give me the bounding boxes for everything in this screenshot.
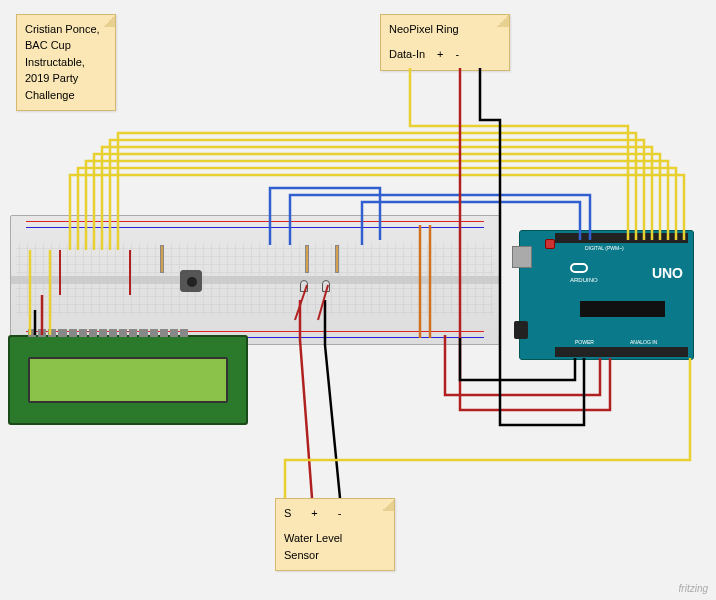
water-pin-pos: + <box>311 506 317 521</box>
author-note: Cristian Ponce, BAC Cup Instructable, 20… <box>16 14 116 111</box>
usb-port <box>512 246 532 268</box>
breadboard <box>10 215 500 345</box>
led-1 <box>300 280 308 292</box>
lcd-screen <box>28 357 228 403</box>
lcd-display <box>8 335 248 425</box>
water-title-2: Sensor <box>284 548 386 563</box>
water-sensor-note: S + - Water Level Sensor <box>275 498 395 571</box>
digital-headers <box>555 233 688 243</box>
neopixel-note: NeoPixel Ring Data-In + - <box>380 14 510 71</box>
arduino-uno: UNO ARDUINO DIGITAL (PWM~) ANALOG IN POW… <box>519 230 694 360</box>
infinity-logo <box>570 263 588 273</box>
led-2 <box>322 280 330 292</box>
arduino-text: ARDUINO <box>570 277 598 283</box>
uno-label: UNO <box>652 265 683 281</box>
analog-text: ANALOG IN <box>630 339 657 345</box>
note-line: Challenge <box>25 88 107 103</box>
neopixel-pin-neg: - <box>456 47 460 62</box>
fritzing-watermark: fritzing <box>679 583 708 594</box>
neopixel-title: NeoPixel Ring <box>389 22 501 37</box>
note-line: BAC Cup <box>25 38 107 53</box>
analog-headers <box>555 347 688 357</box>
note-line: Instructable, <box>25 55 107 70</box>
power-jack <box>514 321 528 339</box>
water-pin-neg: - <box>338 506 342 521</box>
digital-text: DIGITAL (PWM~) <box>585 245 624 251</box>
neopixel-pin-pos: + <box>437 47 443 62</box>
resistor-3 <box>335 245 339 273</box>
reset-button <box>545 239 555 249</box>
power-text: POWER <box>575 339 594 345</box>
atmega-chip <box>580 301 665 317</box>
resistor-2 <box>305 245 309 273</box>
note-line: Cristian Ponce, <box>25 22 107 37</box>
water-title-1: Water Level <box>284 531 386 546</box>
note-line: 2019 Party <box>25 71 107 86</box>
water-pin-signal: S <box>284 506 291 521</box>
neopixel-pin-data: Data-In <box>389 47 425 62</box>
potentiometer <box>180 270 202 292</box>
resistor-1 <box>160 245 164 273</box>
